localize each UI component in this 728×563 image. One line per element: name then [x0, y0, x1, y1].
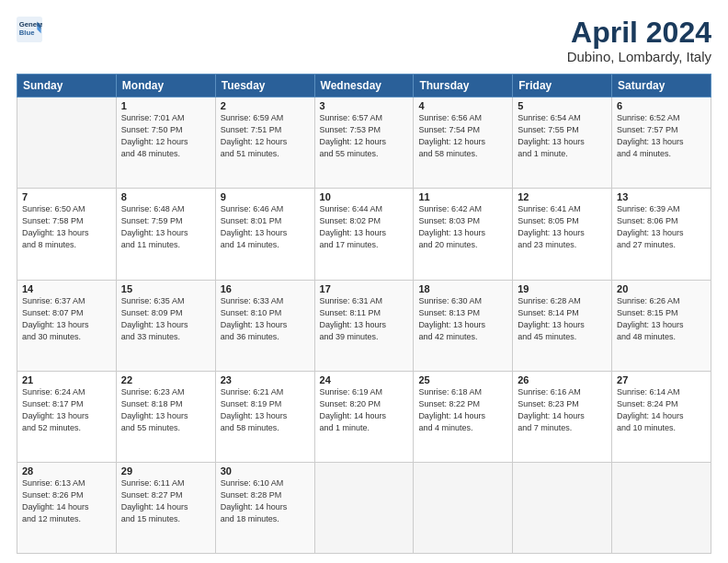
day-cell: 5Sunrise: 6:54 AM Sunset: 7:55 PM Daylig… — [513, 98, 612, 189]
day-info: Sunrise: 6:39 AM Sunset: 8:06 PM Dayligh… — [617, 203, 706, 251]
week-row-4: 28Sunrise: 6:13 AM Sunset: 8:26 PM Dayli… — [17, 462, 711, 553]
day-number: 23 — [221, 374, 310, 385]
day-info: Sunrise: 6:37 AM Sunset: 8:07 PM Dayligh… — [22, 295, 111, 343]
day-number: 9 — [221, 191, 310, 202]
day-cell — [513, 462, 612, 553]
day-info: Sunrise: 6:54 AM Sunset: 7:55 PM Dayligh… — [518, 112, 607, 160]
subtitle: Dubino, Lombardy, Italy — [567, 49, 711, 64]
main-title: April 2024 — [567, 17, 711, 49]
day-number: 1 — [121, 100, 210, 111]
day-cell — [414, 462, 513, 553]
day-cell: 2Sunrise: 6:59 AM Sunset: 7:51 PM Daylig… — [215, 98, 314, 189]
day-number: 6 — [617, 100, 706, 111]
day-number: 11 — [418, 191, 507, 202]
day-info: Sunrise: 6:33 AM Sunset: 8:10 PM Dayligh… — [221, 295, 310, 343]
day-number: 12 — [518, 191, 607, 202]
day-info: Sunrise: 6:44 AM Sunset: 8:02 PM Dayligh… — [320, 203, 409, 251]
day-number: 16 — [221, 283, 310, 294]
day-cell: 1Sunrise: 7:01 AM Sunset: 7:50 PM Daylig… — [116, 98, 215, 189]
day-cell: 26Sunrise: 6:16 AM Sunset: 8:23 PM Dayli… — [513, 371, 612, 462]
day-number: 21 — [22, 374, 111, 385]
day-info: Sunrise: 6:11 AM Sunset: 8:27 PM Dayligh… — [121, 477, 210, 525]
day-number: 25 — [418, 374, 507, 385]
day-info: Sunrise: 6:10 AM Sunset: 8:28 PM Dayligh… — [221, 477, 310, 525]
day-number: 8 — [121, 191, 210, 202]
day-number: 17 — [320, 283, 409, 294]
day-number: 4 — [418, 100, 507, 111]
day-cell: 16Sunrise: 6:33 AM Sunset: 8:10 PM Dayli… — [215, 280, 314, 371]
day-number: 13 — [617, 191, 706, 202]
day-info: Sunrise: 6:30 AM Sunset: 8:13 PM Dayligh… — [418, 295, 507, 343]
day-info: Sunrise: 6:48 AM Sunset: 7:59 PM Dayligh… — [121, 203, 210, 251]
day-info: Sunrise: 6:21 AM Sunset: 8:19 PM Dayligh… — [221, 386, 310, 434]
week-row-1: 7Sunrise: 6:50 AM Sunset: 7:58 PM Daylig… — [17, 189, 711, 280]
day-cell: 6Sunrise: 6:52 AM Sunset: 7:57 PM Daylig… — [612, 98, 711, 189]
calendar-table: SundayMondayTuesdayWednesdayThursdayFrid… — [17, 74, 711, 554]
day-cell: 9Sunrise: 6:46 AM Sunset: 8:01 PM Daylig… — [215, 189, 314, 280]
day-number: 3 — [320, 100, 409, 111]
day-info: Sunrise: 6:26 AM Sunset: 8:15 PM Dayligh… — [617, 295, 706, 343]
day-cell: 8Sunrise: 6:48 AM Sunset: 7:59 PM Daylig… — [116, 189, 215, 280]
day-cell: 18Sunrise: 6:30 AM Sunset: 8:13 PM Dayli… — [414, 280, 513, 371]
day-info: Sunrise: 6:41 AM Sunset: 8:05 PM Dayligh… — [518, 203, 607, 251]
day-number: 29 — [121, 465, 210, 477]
col-header-saturday: Saturday — [612, 75, 711, 98]
day-cell: 3Sunrise: 6:57 AM Sunset: 7:53 PM Daylig… — [314, 98, 414, 189]
day-cell: 22Sunrise: 6:23 AM Sunset: 8:18 PM Dayli… — [116, 371, 215, 462]
day-info: Sunrise: 6:19 AM Sunset: 8:20 PM Dayligh… — [320, 386, 409, 434]
day-cell: 10Sunrise: 6:44 AM Sunset: 8:02 PM Dayli… — [314, 189, 414, 280]
day-info: Sunrise: 6:14 AM Sunset: 8:24 PM Dayligh… — [617, 386, 706, 434]
day-info: Sunrise: 6:24 AM Sunset: 8:17 PM Dayligh… — [22, 386, 111, 434]
day-number: 30 — [221, 465, 310, 477]
day-number: 28 — [22, 465, 111, 477]
calendar-body: 1Sunrise: 7:01 AM Sunset: 7:50 PM Daylig… — [17, 98, 711, 554]
day-cell — [612, 462, 711, 553]
day-number: 10 — [320, 191, 409, 202]
day-cell: 14Sunrise: 6:37 AM Sunset: 8:07 PM Dayli… — [17, 280, 117, 371]
day-info: Sunrise: 6:56 AM Sunset: 7:54 PM Dayligh… — [418, 112, 507, 160]
week-row-3: 21Sunrise: 6:24 AM Sunset: 8:17 PM Dayli… — [17, 371, 711, 462]
day-number: 15 — [121, 283, 210, 294]
header: General Blue April 2024 Dubino, Lombardy… — [17, 17, 711, 64]
day-info: Sunrise: 6:46 AM Sunset: 8:01 PM Dayligh… — [221, 203, 310, 251]
day-number: 22 — [121, 374, 210, 385]
week-row-2: 14Sunrise: 6:37 AM Sunset: 8:07 PM Dayli… — [17, 280, 711, 371]
week-row-0: 1Sunrise: 7:01 AM Sunset: 7:50 PM Daylig… — [17, 98, 711, 189]
day-info: Sunrise: 6:59 AM Sunset: 7:51 PM Dayligh… — [221, 112, 310, 160]
day-cell: 12Sunrise: 6:41 AM Sunset: 8:05 PM Dayli… — [513, 189, 612, 280]
day-info: Sunrise: 6:52 AM Sunset: 7:57 PM Dayligh… — [617, 112, 706, 160]
col-header-monday: Monday — [116, 75, 215, 98]
day-cell: 28Sunrise: 6:13 AM Sunset: 8:26 PM Dayli… — [17, 462, 117, 553]
day-cell: 17Sunrise: 6:31 AM Sunset: 8:11 PM Dayli… — [314, 280, 414, 371]
day-info: Sunrise: 6:50 AM Sunset: 7:58 PM Dayligh… — [22, 203, 111, 251]
day-cell: 7Sunrise: 6:50 AM Sunset: 7:58 PM Daylig… — [17, 189, 117, 280]
day-cell: 25Sunrise: 6:18 AM Sunset: 8:22 PM Dayli… — [414, 371, 513, 462]
day-number: 27 — [617, 374, 706, 385]
day-number: 7 — [22, 191, 111, 202]
day-cell: 20Sunrise: 6:26 AM Sunset: 8:15 PM Dayli… — [612, 280, 711, 371]
day-cell: 4Sunrise: 6:56 AM Sunset: 7:54 PM Daylig… — [414, 98, 513, 189]
day-info: Sunrise: 6:28 AM Sunset: 8:14 PM Dayligh… — [518, 295, 607, 343]
day-number: 19 — [518, 283, 607, 294]
day-cell — [17, 98, 117, 189]
day-info: Sunrise: 6:31 AM Sunset: 8:11 PM Dayligh… — [320, 295, 409, 343]
day-number: 24 — [320, 374, 409, 385]
logo-icon: General Blue — [17, 17, 42, 42]
title-block: April 2024 Dubino, Lombardy, Italy — [567, 17, 711, 64]
day-cell: 23Sunrise: 6:21 AM Sunset: 8:19 PM Dayli… — [215, 371, 314, 462]
day-info: Sunrise: 6:35 AM Sunset: 8:09 PM Dayligh… — [121, 295, 210, 343]
day-info: Sunrise: 6:23 AM Sunset: 8:18 PM Dayligh… — [121, 386, 210, 434]
day-cell: 27Sunrise: 6:14 AM Sunset: 8:24 PM Dayli… — [612, 371, 711, 462]
page: General Blue April 2024 Dubino, Lombardy… — [0, 0, 728, 563]
day-number: 5 — [518, 100, 607, 111]
col-header-friday: Friday — [513, 75, 612, 98]
day-cell: 15Sunrise: 6:35 AM Sunset: 8:09 PM Dayli… — [116, 280, 215, 371]
col-header-wednesday: Wednesday — [314, 75, 414, 98]
day-cell — [314, 462, 414, 553]
day-cell: 24Sunrise: 6:19 AM Sunset: 8:20 PM Dayli… — [314, 371, 414, 462]
calendar-header: SundayMondayTuesdayWednesdayThursdayFrid… — [17, 75, 711, 98]
day-info: Sunrise: 6:13 AM Sunset: 8:26 PM Dayligh… — [22, 477, 111, 525]
day-cell: 29Sunrise: 6:11 AM Sunset: 8:27 PM Dayli… — [116, 462, 215, 553]
header-row: SundayMondayTuesdayWednesdayThursdayFrid… — [17, 75, 711, 98]
logo: General Blue — [17, 17, 42, 42]
